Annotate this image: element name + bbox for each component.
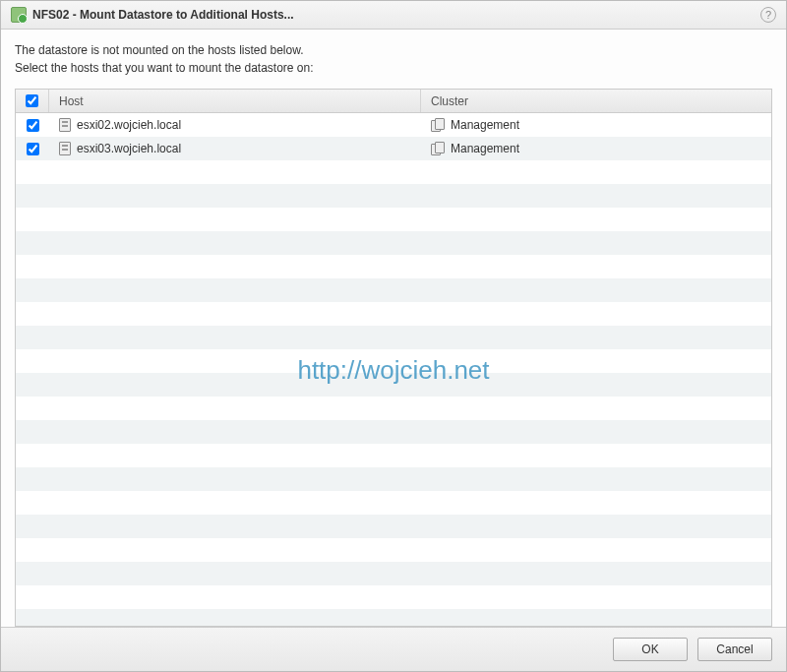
empty-row — [16, 302, 771, 326]
table-body: http://wojcieh.net esxi02.wojcieh.localM… — [16, 113, 771, 626]
empty-row — [16, 467, 771, 491]
empty-row — [16, 538, 771, 562]
row-check-cell — [16, 119, 49, 132]
datastore-icon — [11, 7, 27, 23]
empty-row — [16, 326, 771, 349]
empty-row — [16, 397, 771, 420]
empty-row — [16, 515, 771, 538]
column-header-host[interactable]: Host — [49, 90, 421, 112]
empty-row — [16, 420, 771, 444]
cluster-icon — [431, 142, 445, 155]
cluster-icon — [431, 118, 445, 132]
instructions: The datastore is not mounted on the host… — [15, 41, 772, 77]
host-icon — [59, 118, 71, 132]
row-cluster-cell: Management — [421, 118, 771, 132]
row-check-cell — [16, 143, 49, 155]
table-row[interactable]: esxi03.wojcieh.localManagement — [16, 137, 771, 160]
row-checkbox[interactable] — [27, 143, 39, 155]
empty-row — [16, 160, 771, 184]
help-icon[interactable]: ? — [760, 7, 776, 23]
row-host-cell: esxi02.wojcieh.local — [49, 118, 421, 132]
row-cluster-cell: Management — [421, 142, 771, 155]
row-cluster-label: Management — [451, 142, 519, 155]
empty-row — [16, 585, 771, 609]
empty-row — [16, 373, 771, 397]
empty-row — [16, 231, 771, 255]
select-all-cell — [16, 90, 49, 112]
window-title: NFS02 - Mount Datastore to Additional Ho… — [32, 8, 760, 22]
column-header-cluster[interactable]: Cluster — [421, 90, 771, 112]
row-host-label: esxi02.wojcieh.local — [77, 118, 181, 132]
empty-row — [16, 491, 771, 515]
cancel-button[interactable]: Cancel — [697, 638, 772, 661]
empty-row — [16, 609, 771, 626]
empty-row — [16, 208, 771, 231]
table-header: Host Cluster — [16, 90, 771, 113]
dialog-window: NFS02 - Mount Datastore to Additional Ho… — [0, 0, 787, 672]
host-icon — [59, 142, 71, 155]
titlebar: NFS02 - Mount Datastore to Additional Ho… — [1, 1, 786, 30]
select-all-checkbox[interactable] — [26, 94, 38, 107]
table-row[interactable]: esxi02.wojcieh.localManagement — [16, 113, 771, 137]
row-checkbox[interactable] — [27, 119, 39, 132]
dialog-footer: OK Cancel — [1, 627, 786, 671]
row-cluster-label: Management — [451, 118, 519, 132]
content-area: The datastore is not mounted on the host… — [1, 30, 786, 627]
row-host-cell: esxi03.wojcieh.local — [49, 142, 421, 155]
ok-button[interactable]: OK — [613, 638, 688, 661]
empty-row — [16, 444, 771, 467]
hosts-table: Host Cluster http://wojcieh.net esxi02.w… — [15, 89, 772, 627]
instruction-line-2: Select the hosts that you want to mount … — [15, 59, 772, 77]
empty-row — [16, 184, 771, 208]
row-host-label: esxi03.wojcieh.local — [77, 142, 181, 155]
empty-row — [16, 349, 771, 373]
empty-row — [16, 278, 771, 302]
empty-row — [16, 255, 771, 278]
empty-row — [16, 562, 771, 585]
instruction-line-1: The datastore is not mounted on the host… — [15, 41, 772, 59]
